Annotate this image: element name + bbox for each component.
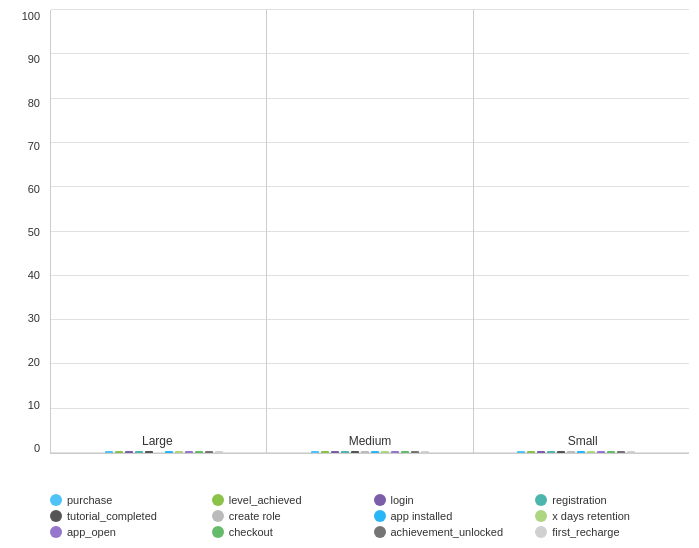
legend-item-x-days-retention: x days retention xyxy=(535,510,689,522)
legend-label: login xyxy=(391,494,414,506)
y-axis-label: 80 xyxy=(5,97,40,109)
grid-and-bars: LargeMediumSmall xyxy=(50,10,689,454)
chart-area: 0102030405060708090100 LargeMediumSmall xyxy=(50,10,689,484)
legend-item-create-role: create role xyxy=(212,510,366,522)
group-divider xyxy=(266,10,267,453)
legend-label: create role xyxy=(229,510,281,522)
legend-dot xyxy=(50,526,62,538)
legend-dot xyxy=(50,510,62,522)
legend-label: app installed xyxy=(391,510,453,522)
x-axis-label-large: Large xyxy=(51,428,264,453)
legend-label: app_open xyxy=(67,526,116,538)
legend-item-first_recharge: first_recharge xyxy=(535,526,689,538)
legend-label: tutorial_completed xyxy=(67,510,157,522)
legend-dot xyxy=(535,494,547,506)
legend-item-achievement_unlocked: achievement_unlocked xyxy=(374,526,528,538)
legend-dot xyxy=(212,526,224,538)
legend-label: achievement_unlocked xyxy=(391,526,504,538)
x-labels: LargeMediumSmall xyxy=(51,428,689,453)
legend-item-app_open: app_open xyxy=(50,526,204,538)
legend-item-registration: registration xyxy=(535,494,689,506)
legend-item-login: login xyxy=(374,494,528,506)
legend-item-purchase: purchase xyxy=(50,494,204,506)
y-axis-label: 50 xyxy=(5,226,40,238)
groups-container xyxy=(51,10,689,453)
legend-label: purchase xyxy=(67,494,112,506)
chart-container: 0102030405060708090100 LargeMediumSmall … xyxy=(0,0,699,548)
y-axis-label: 10 xyxy=(5,399,40,411)
y-axis-label: 40 xyxy=(5,269,40,281)
y-axis-label: 0 xyxy=(5,442,40,454)
group-divider xyxy=(473,10,474,453)
y-axis-label: 70 xyxy=(5,140,40,152)
legend-dot xyxy=(212,510,224,522)
legend-dot xyxy=(50,494,62,506)
y-axis-label: 20 xyxy=(5,356,40,368)
legend-label: x days retention xyxy=(552,510,630,522)
legend-dot xyxy=(374,510,386,522)
legend-dot xyxy=(374,494,386,506)
legend-dot xyxy=(535,510,547,522)
legend-label: level_achieved xyxy=(229,494,302,506)
y-axis-label: 30 xyxy=(5,312,40,324)
legend-label: checkout xyxy=(229,526,273,538)
y-axis-label: 100 xyxy=(5,10,40,22)
y-axis-label: 60 xyxy=(5,183,40,195)
legend-item-level_achieved: level_achieved xyxy=(212,494,366,506)
legend-label: first_recharge xyxy=(552,526,619,538)
y-axis-labels: 0102030405060708090100 xyxy=(5,10,40,454)
legend-label: registration xyxy=(552,494,606,506)
legend-dot xyxy=(212,494,224,506)
legend-item-checkout: checkout xyxy=(212,526,366,538)
legend-item-tutorial_completed: tutorial_completed xyxy=(50,510,204,522)
legend-item-app-installed: app installed xyxy=(374,510,528,522)
legend: purchaselevel_achievedloginregistrationt… xyxy=(50,489,689,538)
x-axis-label-medium: Medium xyxy=(264,428,477,453)
x-axis-label-small: Small xyxy=(476,428,689,453)
legend-dot xyxy=(535,526,547,538)
y-axis-label: 90 xyxy=(5,53,40,65)
legend-dot xyxy=(374,526,386,538)
